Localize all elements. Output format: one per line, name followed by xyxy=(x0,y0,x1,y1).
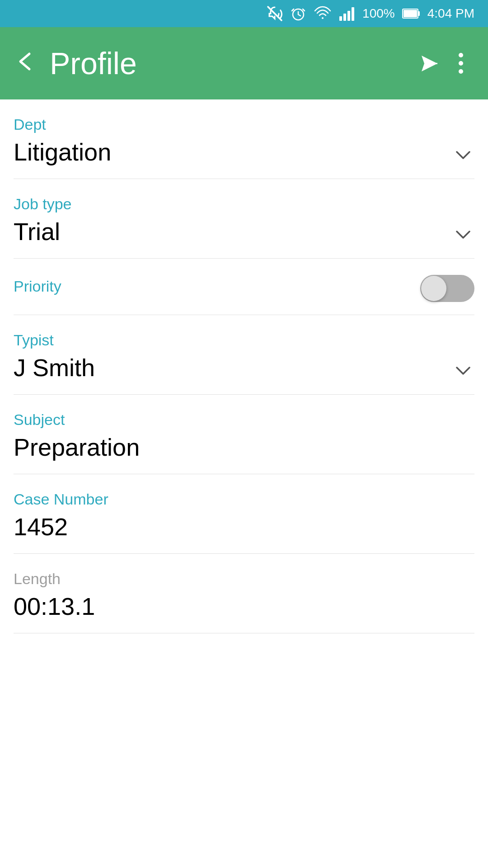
signal-icon xyxy=(339,5,355,22)
dot-1 xyxy=(459,53,463,57)
priority-label: Priority xyxy=(14,278,61,295)
dept-field: Dept Litigation xyxy=(14,99,474,179)
length-label: Length xyxy=(14,570,474,588)
svg-rect-7 xyxy=(418,11,420,16)
typist-value: J Smith xyxy=(14,354,95,382)
svg-rect-4 xyxy=(352,7,354,21)
toggle-knob xyxy=(421,276,446,301)
wifi-icon xyxy=(314,5,332,22)
priority-field: Priority xyxy=(14,259,474,315)
priority-toggle-row: Priority xyxy=(14,275,474,302)
subject-value: Preparation xyxy=(14,434,140,461)
job-type-label: Job type xyxy=(14,195,474,213)
length-value: 00:13.1 xyxy=(14,593,95,620)
case-number-field: Case Number 1452 xyxy=(14,474,474,554)
svg-rect-6 xyxy=(404,10,417,17)
app-bar: Profile xyxy=(0,27,488,99)
back-button[interactable] xyxy=(14,48,36,79)
typist-field: Typist J Smith xyxy=(14,315,474,395)
job-type-chevron-icon xyxy=(452,223,474,245)
svg-rect-1 xyxy=(339,16,342,21)
alarm-icon xyxy=(290,5,306,22)
battery-percent: 100% xyxy=(362,6,395,21)
status-bar: 100% 4:04 PM xyxy=(0,0,488,27)
subject-field: Subject Preparation xyxy=(14,395,474,474)
length-field: Length 00:13.1 xyxy=(14,554,474,633)
job-type-value: Trial xyxy=(14,217,60,245)
typist-dropdown[interactable]: J Smith xyxy=(14,354,474,382)
dept-dropdown[interactable]: Litigation xyxy=(14,138,474,166)
svg-rect-3 xyxy=(347,11,350,21)
case-number-label: Case Number xyxy=(14,491,474,508)
dot-3 xyxy=(459,69,463,74)
send-button[interactable] xyxy=(411,45,447,81)
job-type-dropdown[interactable]: Trial xyxy=(14,217,474,245)
more-options-button[interactable] xyxy=(447,45,474,81)
dept-value: Litigation xyxy=(14,138,111,166)
battery-icon xyxy=(402,7,420,20)
priority-toggle[interactable] xyxy=(420,275,474,302)
page-title: Profile xyxy=(36,46,411,81)
case-number-value: 1452 xyxy=(14,513,68,540)
subject-label: Subject xyxy=(14,411,474,429)
status-icons: 100% 4:04 PM xyxy=(267,5,474,22)
typist-chevron-icon xyxy=(452,359,474,382)
typist-label: Typist xyxy=(14,331,474,349)
mute-icon xyxy=(267,5,283,22)
dept-chevron-icon xyxy=(452,143,474,166)
dept-label: Dept xyxy=(14,116,474,133)
dot-2 xyxy=(459,61,463,66)
time-display: 4:04 PM xyxy=(427,6,474,21)
profile-content: Dept Litigation Job type Trial Priority xyxy=(0,99,488,633)
svg-rect-2 xyxy=(343,14,346,21)
job-type-field: Job type Trial xyxy=(14,179,474,259)
